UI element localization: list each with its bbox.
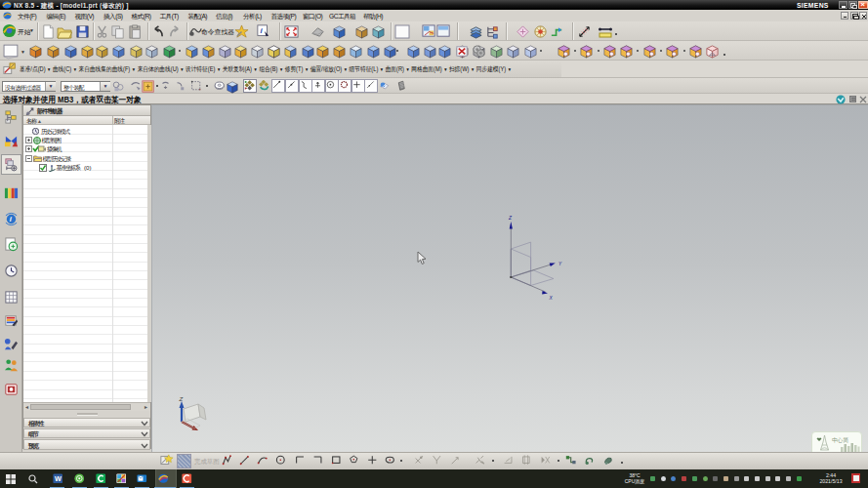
svg-text:X: X	[549, 296, 554, 301]
svg-text:Z: Z	[179, 396, 184, 402]
svg-text:W: W	[55, 474, 62, 483]
svg-text:Z: Z	[508, 216, 513, 221]
svg-text:中心简: 中心简	[832, 437, 848, 443]
svg-text:Y: Y	[558, 262, 562, 266]
